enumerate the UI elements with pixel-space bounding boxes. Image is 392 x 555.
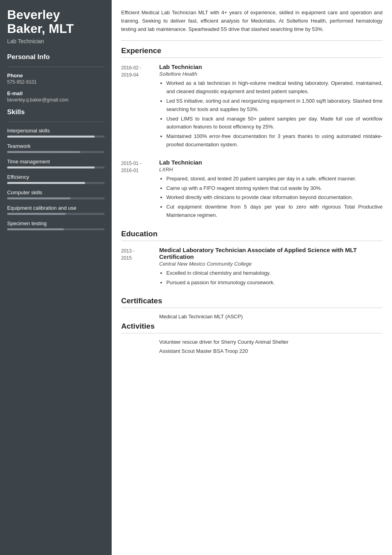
skill-name: Specimen testing xyxy=(7,220,105,226)
candidate-title: Lab Technician xyxy=(7,38,105,44)
skill-bar-fill xyxy=(7,213,66,215)
table-row: 2015-01 - 2016-01Lab TechnicianLXRHPrepa… xyxy=(121,159,382,221)
skill-name: Efficiency xyxy=(7,174,105,180)
skill-name: Time management xyxy=(7,159,105,165)
skill-bar-background xyxy=(7,151,105,153)
education-list: 2013 - 2015Medical Laboratory Technician… xyxy=(121,247,382,288)
skills-divider xyxy=(7,122,105,122)
activities-divider xyxy=(121,333,382,333)
edu-school: Central New Mexico Community College xyxy=(159,261,382,267)
list-item: Cut equipment downtime from 5 days per y… xyxy=(166,203,382,220)
activities-heading: Activities xyxy=(121,322,382,331)
list-item: Came up with a FIFO reagent storing syst… xyxy=(166,184,382,193)
job-bullets: Prepared, stored, and tested 20 patient … xyxy=(159,175,382,220)
skill-bar-background xyxy=(7,213,105,215)
skill-bar-fill xyxy=(7,151,80,153)
skill-bar-fill xyxy=(7,228,64,230)
activity-item: Volunteer rescue driver for Sherry Count… xyxy=(159,339,382,345)
certificates-divider xyxy=(121,308,382,308)
skill-bar-background xyxy=(7,182,105,184)
job-title: Lab Technician xyxy=(159,159,382,166)
skill-name: Teamwork xyxy=(7,143,105,149)
jobs-list: 2016-02 - 2019-04Lab TechnicianSoltefior… xyxy=(121,63,382,220)
list-item: Led 5S initiative, sorting out and reorg… xyxy=(166,97,382,114)
skill-name: Computer skills xyxy=(7,189,105,195)
table-row: 2013 - 2015Medical Laboratory Technician… xyxy=(121,247,382,288)
activities-list: Volunteer rescue driver for Sherry Count… xyxy=(121,339,382,354)
list-item: Pursued a passion for immunology coursew… xyxy=(166,279,382,287)
skill-bar-background xyxy=(7,166,105,168)
education-divider xyxy=(121,241,382,241)
job-company: LXRH xyxy=(159,166,382,172)
skills-list: Interpersonal skillsTeamworkTime managem… xyxy=(7,128,105,230)
skill-bar-fill xyxy=(7,136,95,138)
phone-label: Phone xyxy=(7,73,105,78)
edu-degree: Medical Laboratory Technician Associate … xyxy=(159,247,382,260)
email-label: E-mail xyxy=(7,90,105,96)
list-item: Excelled in clinical chemistry and hemat… xyxy=(166,269,382,278)
job-date: 2016-02 - 2019-04 xyxy=(121,63,159,150)
experience-divider xyxy=(121,57,382,58)
skill-bar-background xyxy=(7,228,105,230)
edu-bullets: Excelled in clinical chemistry and hemat… xyxy=(159,269,382,287)
skill-bar-fill xyxy=(7,182,85,184)
skill-name: Interpersonal skills xyxy=(7,128,105,134)
certificates-list: Medical Lab Technician MLT (ASCP) xyxy=(121,314,382,320)
job-date: 2015-01 - 2016-01 xyxy=(121,159,159,221)
experience-heading: Experience xyxy=(121,46,382,55)
education-heading: Education xyxy=(121,230,382,238)
job-content: Lab TechnicianLXRHPrepared, stored, and … xyxy=(159,159,382,221)
skills-heading: Skills xyxy=(7,108,105,116)
personal-info-heading: Personal Info xyxy=(7,53,105,61)
list-item: Worked directly with clinicians to provi… xyxy=(166,193,382,202)
edu-content: Medical Laboratory Technician Associate … xyxy=(159,247,382,288)
list-item: Worked as a lab technician in high-volum… xyxy=(166,79,382,96)
skill-bar-background xyxy=(7,197,105,199)
list-item: Used LIMS to track and manage 50+ patien… xyxy=(166,115,382,132)
list-item: Prepared, stored, and tested 20 patient … xyxy=(166,175,382,183)
activity-item: Assistant Scout Master BSA Troop 220 xyxy=(159,348,382,354)
table-row: 2016-02 - 2019-04Lab TechnicianSoltefior… xyxy=(121,63,382,150)
list-item: Maintained 100% error-free documentation… xyxy=(166,132,382,149)
job-company: Soltefiore Health xyxy=(159,71,382,77)
summary-text: Efficient Medical Lab Technician MLT wit… xyxy=(121,9,382,33)
phone-value: 575-952-9101 xyxy=(7,79,105,85)
job-title: Lab Technician xyxy=(159,63,382,70)
personal-info-divider xyxy=(7,67,105,67)
email-value: beverley.q.baker@gmail.com xyxy=(7,97,105,103)
candidate-name: Beverley Baker, MLT xyxy=(7,8,105,36)
job-content: Lab TechnicianSoltefiore HealthWorked as… xyxy=(159,63,382,150)
skill-bar-fill xyxy=(7,166,95,168)
sidebar: Beverley Baker, MLT Lab Technician Perso… xyxy=(0,0,112,555)
skill-bar-fill xyxy=(7,197,70,199)
certificates-heading: Certificates xyxy=(121,297,382,305)
job-bullets: Worked as a lab technician in high-volum… xyxy=(159,79,382,149)
skill-bar-background xyxy=(7,136,105,138)
edu-date: 2013 - 2015 xyxy=(121,247,159,288)
experience-top-divider xyxy=(121,40,382,41)
main-content: Efficient Medical Lab Technician MLT wit… xyxy=(112,0,392,555)
skill-name: Equipment calibration and use xyxy=(7,205,105,211)
certificate-item: Medical Lab Technician MLT (ASCP) xyxy=(159,314,382,320)
